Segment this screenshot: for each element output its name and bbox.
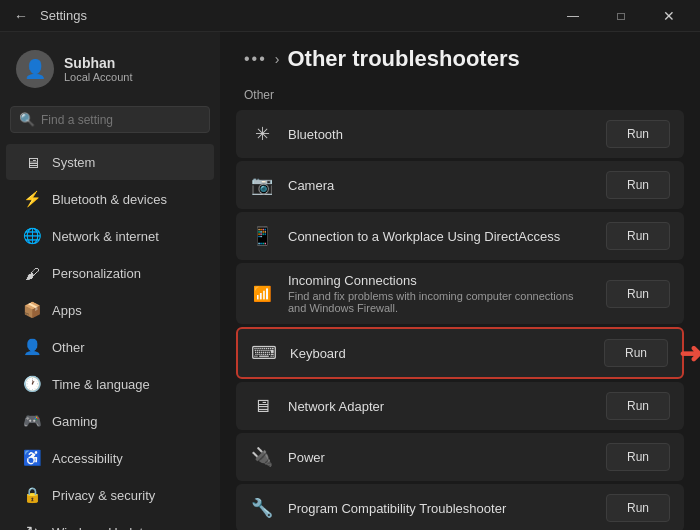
maximize-button[interactable]: □ — [598, 0, 644, 32]
item-desc: Find and fix problems with incoming comp… — [288, 290, 592, 314]
sidebar-item-label: Personalization — [52, 266, 141, 281]
troubleshooter-item-bluetooth: ✳ Bluetooth Run — [236, 110, 684, 158]
item-text: Bluetooth — [288, 127, 592, 142]
titlebar: ← Settings — □ ✕ — [0, 0, 700, 32]
sidebar-item-label: Accessibility — [52, 451, 123, 466]
sidebar-item-apps[interactable]: 📦 Apps — [6, 292, 214, 328]
item-name: Network Adapter — [288, 399, 592, 414]
sidebar-item-privacy[interactable]: 🔒 Privacy & security — [6, 477, 214, 513]
item-name: Incoming Connections — [288, 273, 592, 288]
section-label: Other — [220, 82, 700, 110]
item-text: Camera — [288, 178, 592, 193]
item-text: Network Adapter — [288, 399, 592, 414]
sidebar-item-label: Network & internet — [52, 229, 159, 244]
breadcrumb-dots: ••• — [244, 50, 267, 68]
incoming-run-button[interactable]: Run — [606, 280, 670, 308]
sidebar-item-label: System — [52, 155, 95, 170]
item-text: Program Compatibility Troubleshooter — [288, 501, 592, 516]
user-account-type: Local Account — [64, 71, 133, 83]
program-compat-run-button[interactable]: Run — [606, 494, 670, 522]
sidebar-item-label: Privacy & security — [52, 488, 155, 503]
troubleshooter-item-incoming: 📶 Incoming Connections Find and fix prob… — [236, 263, 684, 324]
sidebar-item-gaming[interactable]: 🎮 Gaming — [6, 403, 214, 439]
troubleshooter-item-connection: 📱 Connection to a Workplace Using Direct… — [236, 212, 684, 260]
keyboard-run-button[interactable]: Run — [604, 339, 668, 367]
app-container: 👤 Subhan Local Account 🔍 🖥 System ⚡ Blue… — [0, 32, 700, 530]
network-adapter-run-button[interactable]: Run — [606, 392, 670, 420]
keyboard-row-container: ⌨ Keyboard Run ➜ — [236, 327, 684, 379]
program-compat-item-icon: 🔧 — [250, 496, 274, 520]
update-icon: ↻ — [22, 522, 42, 530]
power-item-icon: 🔌 — [250, 445, 274, 469]
system-icon: 🖥 — [22, 152, 42, 172]
app-title: Settings — [40, 8, 87, 23]
sidebar-item-label: Bluetooth & devices — [52, 192, 167, 207]
item-name: Connection to a Workplace Using DirectAc… — [288, 229, 592, 244]
red-arrow-annotation: ➜ — [679, 337, 700, 370]
troubleshooter-item-program-compat: 🔧 Program Compatibility Troubleshooter R… — [236, 484, 684, 530]
content-header: ••• › Other troubleshooters — [220, 32, 700, 82]
item-name: Power — [288, 450, 592, 465]
sidebar-item-network[interactable]: 🌐 Network & internet — [6, 218, 214, 254]
apps-icon: 📦 — [22, 300, 42, 320]
sidebar-item-label: Windows Update — [52, 525, 150, 531]
connection-item-icon: 📱 — [250, 224, 274, 248]
troubleshooter-item-keyboard: ⌨ Keyboard Run — [236, 327, 684, 379]
item-name: Camera — [288, 178, 592, 193]
back-button[interactable]: ← — [8, 4, 34, 28]
item-text: Connection to a Workplace Using DirectAc… — [288, 229, 592, 244]
sidebar-item-personalization[interactable]: 🖌 Personalization — [6, 255, 214, 291]
sidebar-item-label: Time & language — [52, 377, 150, 392]
troubleshooter-item-camera: 📷 Camera Run — [236, 161, 684, 209]
user-info: Subhan Local Account — [64, 55, 133, 83]
network-adapter-item-icon: 🖥 — [250, 394, 274, 418]
power-run-button[interactable]: Run — [606, 443, 670, 471]
camera-item-icon: 📷 — [250, 173, 274, 197]
sidebar: 👤 Subhan Local Account 🔍 🖥 System ⚡ Blue… — [0, 32, 220, 530]
item-text: Power — [288, 450, 592, 465]
network-icon: 🌐 — [22, 226, 42, 246]
gaming-icon: 🎮 — [22, 411, 42, 431]
personalization-icon: 🖌 — [22, 263, 42, 283]
time-icon: 🕐 — [22, 374, 42, 394]
titlebar-controls: — □ ✕ — [550, 0, 692, 32]
breadcrumb-arrow: › — [275, 51, 280, 67]
item-name: Bluetooth — [288, 127, 592, 142]
user-name: Subhan — [64, 55, 133, 71]
minimize-button[interactable]: — — [550, 0, 596, 32]
sidebar-item-label: Apps — [52, 303, 82, 318]
troubleshooter-list: ✳ Bluetooth Run 📷 Camera Run 📱 Connectio… — [220, 110, 700, 530]
sidebar-item-label: Gaming — [52, 414, 98, 429]
avatar: 👤 — [16, 50, 54, 88]
item-name: Keyboard — [290, 346, 590, 361]
sidebar-item-update[interactable]: ↻ Windows Update — [6, 514, 214, 530]
close-button[interactable]: ✕ — [646, 0, 692, 32]
sidebar-item-label: Other — [52, 340, 85, 355]
connection-run-button[interactable]: Run — [606, 222, 670, 250]
accessibility-icon: ♿ — [22, 448, 42, 468]
item-name: Program Compatibility Troubleshooter — [288, 501, 592, 516]
sidebar-item-time[interactable]: 🕐 Time & language — [6, 366, 214, 402]
item-text: Keyboard — [290, 346, 590, 361]
sidebar-item-system[interactable]: 🖥 System — [6, 144, 214, 180]
privacy-icon: 🔒 — [22, 485, 42, 505]
search-box[interactable]: 🔍 — [10, 106, 210, 133]
search-icon: 🔍 — [19, 112, 35, 127]
incoming-item-icon: 📶 — [250, 282, 274, 306]
sidebar-item-accessibility[interactable]: ♿ Accessibility — [6, 440, 214, 476]
page-title: Other troubleshooters — [287, 46, 519, 72]
bluetooth-icon: ⚡ — [22, 189, 42, 209]
main-content: ••• › Other troubleshooters Other ✳ Blue… — [220, 32, 700, 530]
camera-run-button[interactable]: Run — [606, 171, 670, 199]
bluetooth-run-button[interactable]: Run — [606, 120, 670, 148]
search-input[interactable] — [41, 113, 201, 127]
keyboard-item-icon: ⌨ — [252, 341, 276, 365]
sidebar-item-bluetooth[interactable]: ⚡ Bluetooth & devices — [6, 181, 214, 217]
titlebar-left: ← Settings — [8, 4, 87, 28]
item-text: Incoming Connections Find and fix proble… — [288, 273, 592, 314]
sidebar-item-accounts[interactable]: 👤 Other — [6, 329, 214, 365]
nav-list: 🖥 System ⚡ Bluetooth & devices 🌐 Network… — [0, 143, 220, 530]
accounts-icon: 👤 — [22, 337, 42, 357]
user-profile: 👤 Subhan Local Account — [0, 42, 220, 102]
troubleshooter-item-power: 🔌 Power Run — [236, 433, 684, 481]
